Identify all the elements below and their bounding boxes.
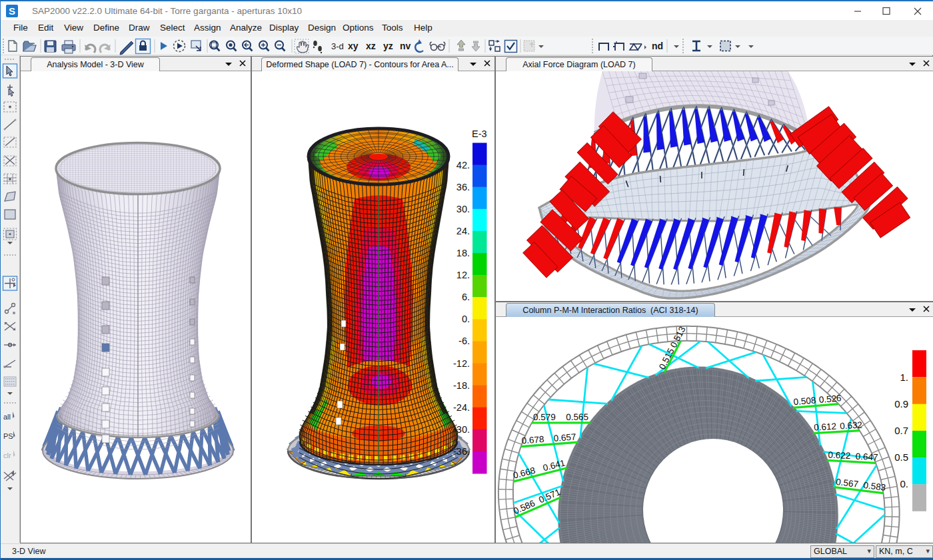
svg-text:PS: PS xyxy=(3,432,13,440)
svg-text:0.7: 0.7 xyxy=(894,425,908,436)
svg-text:0.632: 0.632 xyxy=(840,420,863,431)
svg-text:0.565: 0.565 xyxy=(566,412,588,422)
svg-text:0.: 0. xyxy=(900,478,908,489)
svg-text:42.: 42. xyxy=(457,160,470,170)
svg-text:0.9: 0.9 xyxy=(894,398,908,410)
svg-text:yz: yz xyxy=(383,41,393,51)
svg-text:0.622: 0.622 xyxy=(828,449,851,461)
svg-text:-30.: -30. xyxy=(453,424,470,435)
svg-text:E-3: E-3 xyxy=(472,129,487,139)
svg-text:12.: 12. xyxy=(457,270,470,280)
svg-text:-18.: -18. xyxy=(453,380,470,391)
svg-text:-6.: -6. xyxy=(459,336,470,346)
svg-text:0.678: 0.678 xyxy=(521,434,544,446)
svg-text:0.612: 0.612 xyxy=(814,421,837,433)
svg-text:all: all xyxy=(3,413,11,421)
svg-text:3-d: 3-d xyxy=(331,41,344,51)
svg-text:30.: 30. xyxy=(457,204,470,214)
svg-text:0.: 0. xyxy=(462,314,470,324)
svg-text:24.: 24. xyxy=(457,226,470,236)
svg-text:0.5: 0.5 xyxy=(894,451,908,463)
svg-text:0.508: 0.508 xyxy=(793,395,816,407)
svg-text:0.657: 0.657 xyxy=(553,431,576,443)
svg-text:nv: nv xyxy=(400,41,411,51)
svg-text:nd: nd xyxy=(652,41,663,51)
svg-text:0.579: 0.579 xyxy=(533,412,556,422)
svg-text:-36.: -36. xyxy=(453,446,470,457)
svg-text:clr: clr xyxy=(3,451,11,459)
svg-text:0.647: 0.647 xyxy=(855,451,878,463)
svg-text:xy: xy xyxy=(348,41,359,51)
svg-text:36.: 36. xyxy=(457,182,470,192)
svg-text:-12.: -12. xyxy=(453,358,470,369)
svg-text:xz: xz xyxy=(366,41,376,51)
svg-text:-24.: -24. xyxy=(453,402,470,413)
svg-text:1.: 1. xyxy=(900,372,908,383)
svg-text:0.526: 0.526 xyxy=(818,393,842,405)
svg-text:6.: 6. xyxy=(462,292,470,302)
svg-text:18.: 18. xyxy=(457,248,470,258)
